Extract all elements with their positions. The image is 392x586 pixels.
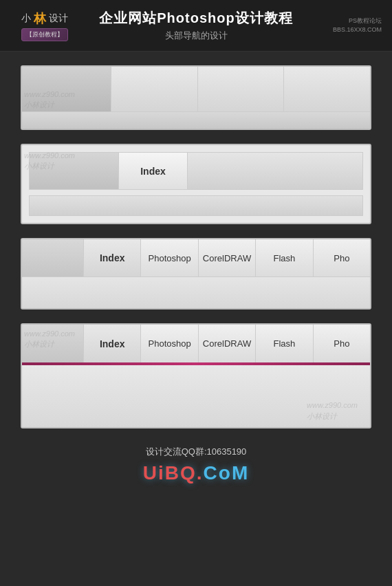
nav4-photoshop[interactable]: Photoshop (141, 325, 198, 362)
nav2-rest (188, 153, 362, 189)
section-1: www.z990.com 小林设计 (21, 65, 371, 130)
footer-brand-com: CoM (204, 462, 250, 484)
nav4-flash[interactable]: Flash (256, 325, 313, 362)
nav3-coreldraw[interactable]: CorelDRAW (199, 239, 256, 276)
nav1-item-3 (284, 67, 370, 111)
nav-box-3: Index Photoshop CorelDRAW Flash Pho (21, 238, 371, 310)
nav1-item-2 (198, 67, 285, 111)
nav2-index: Index (119, 153, 188, 189)
logo-box: 小 林 设计 【原创教程】 (10, 10, 79, 41)
footer-brand: UiBQ.CoM (10, 462, 382, 484)
footer-qq: 设计交流QQ群:10635190 (10, 446, 382, 458)
nav2-bottom (29, 195, 363, 216)
nav4-top: Index Photoshop CorelDRAW Flash Pho (22, 325, 370, 362)
logo-lin: 林 (34, 10, 46, 27)
nav-box-2: Index (21, 144, 371, 224)
footer-brand-text: UiBQ. (143, 462, 204, 484)
nav1-logo (22, 67, 111, 111)
header-title: 企业网站Photoshop设计教程 头部导航的设计 (79, 9, 313, 42)
nav4-bottom: www.z990.com 小林设计 (22, 365, 370, 427)
section-2: www.z990.com 小林设计 Index (21, 144, 371, 224)
nav2-logo (30, 153, 119, 189)
nav4-inner: Index Photoshop CorelDRAW Flash Pho www.… (22, 325, 370, 427)
footer: 设计交流QQ群:10635190 UiBQ.CoM (0, 435, 392, 495)
site-info: PS教程论坛 BBS.16XX8.COM (313, 17, 382, 34)
section-4: www.z990.com 小林设计 Index Photoshop CorelD… (21, 323, 371, 428)
nav1-item-1 (111, 67, 198, 111)
nav4-logo (22, 325, 84, 362)
nav1-items (111, 67, 370, 111)
nav3-inner: Index Photoshop CorelDRAW Flash Pho (22, 239, 370, 308)
logo-top: 小 林 设计 (21, 10, 68, 27)
nav1-inner (22, 67, 370, 111)
logo-area: 小 林 设计 【原创教程】 (10, 10, 79, 41)
header-right: PS教程论坛 BBS.16XX8.COM (313, 17, 382, 34)
nav3-pho[interactable]: Pho (314, 239, 370, 276)
logo-sheji: 设计 (49, 12, 68, 25)
nav-box-1 (21, 65, 371, 130)
site-line1: PS教程论坛 (313, 17, 382, 25)
header: 小 林 设计 【原创教程】 企业网站Photoshop设计教程 头部导航的设计 … (0, 0, 392, 52)
main-title: 企业网站Photoshop设计教程 (79, 9, 313, 28)
watermark-4b: www.z990.com 小林设计 (307, 400, 358, 422)
nav3-bottom (22, 277, 370, 308)
logo-badge: 【原创教程】 (21, 28, 68, 41)
nav4-coreldraw[interactable]: CorelDRAW (199, 325, 256, 362)
section-3: Index Photoshop CorelDRAW Flash Pho (21, 238, 371, 310)
nav4-index[interactable]: Index (84, 325, 141, 362)
sub-title: 头部导航的设计 (79, 30, 313, 42)
nav3-index[interactable]: Index (84, 239, 141, 276)
nav2-inner: Index (22, 145, 370, 223)
nav4-pho[interactable]: Pho (314, 325, 370, 362)
nav-box-4: Index Photoshop CorelDRAW Flash Pho www.… (21, 323, 371, 428)
nav3-photoshop[interactable]: Photoshop (141, 239, 198, 276)
nav2-row: Index (29, 152, 363, 190)
site-line2: BBS.16XX8.COM (313, 25, 382, 34)
nav3-logo (22, 239, 84, 276)
nav3-flash[interactable]: Flash (256, 239, 313, 276)
logo-xiao: 小 (21, 12, 31, 25)
nav1-bottom (22, 111, 370, 129)
nav3-top: Index Photoshop CorelDRAW Flash Pho (22, 239, 370, 277)
